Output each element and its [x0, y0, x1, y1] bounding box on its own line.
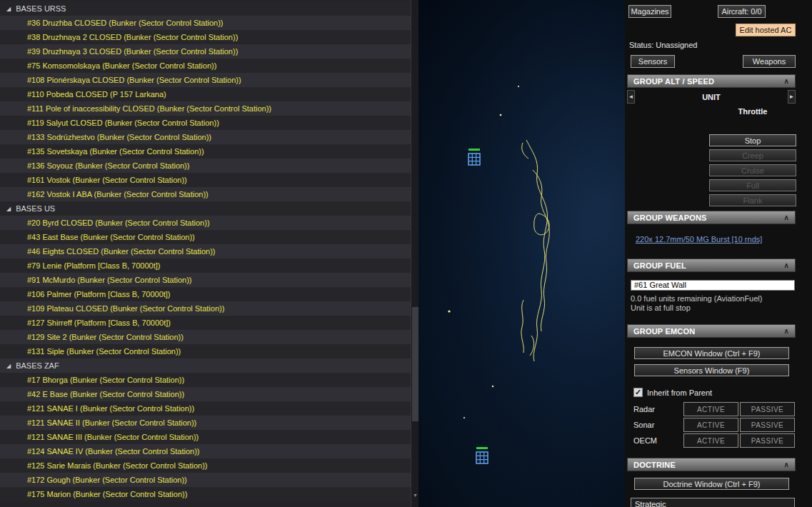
- emcon-row: OECMACTIVEPASSIVE: [633, 433, 796, 448]
- base-list-item[interactable]: #79 Lenie (Platform [Class B, 70000t]): [0, 258, 411, 273]
- group-emcon-header[interactable]: GROUP EMCON ∧: [627, 324, 796, 338]
- scrollbar-thumb[interactable]: [412, 307, 418, 421]
- base-list-item[interactable]: #110 Pobeda CLOSED (P 157 Larkana): [0, 87, 411, 101]
- base-list-item[interactable]: #91 McMurdo (Bunker (Sector Control Stat…: [0, 273, 411, 287]
- scroll-down-arrow-icon[interactable]: ▼: [411, 491, 418, 500]
- collapse-chevron-icon[interactable]: ∧: [783, 261, 789, 269]
- base-list-item[interactable]: #106 Palmer (Platform [Class B, 70000t]): [0, 287, 411, 301]
- unit-status-bar: [476, 447, 488, 449]
- throttle-stop-button[interactable]: Stop: [709, 134, 796, 146]
- emcon-row: SonarACTIVEPASSIVE: [633, 417, 796, 433]
- group-fuel-header[interactable]: GROUP FUEL ∧: [627, 258, 796, 272]
- base-list-item[interactable]: #39 Druzhnaya 3 CLOSED (Bunker (Sector C…: [0, 44, 411, 59]
- sonar-passive-button[interactable]: PASSIVE: [740, 418, 795, 432]
- unit-status-bar: [468, 149, 480, 151]
- sensors-window-button[interactable]: Sensors Window (F9): [634, 364, 789, 376]
- radar-passive-button[interactable]: PASSIVE: [740, 402, 795, 416]
- base-list-item[interactable]: #108 Pionérskaya CLOSED (Bunker (Sector …: [0, 73, 411, 87]
- base-list-item[interactable]: #133 Sodrúzhestvo (Bunker (Sector Contro…: [0, 130, 411, 144]
- base-list-item[interactable]: #121 SANAE II (Bunker (Sector Control St…: [0, 416, 411, 430]
- tree-expander-icon[interactable]: ◢: [6, 202, 11, 216]
- bases-tree: ◢BASES URSS#36 Druzhba CLOSED (Bunker (S…: [0, 1, 411, 501]
- base-list-item[interactable]: #17 Bhorga (Bunker (Sector Control Stati…: [0, 373, 411, 387]
- base-list-item[interactable]: #124 SANAE IV (Bunker (Sector Control St…: [0, 444, 411, 458]
- vertical-scrollbar[interactable]: ▼: [411, 0, 418, 507]
- section-title: DOCTRINE: [633, 461, 676, 469]
- base-list-item[interactable]: #42 E Base (Bunker (Sector Control Stati…: [0, 387, 411, 401]
- fuel-unit-select[interactable]: #61 Great Wall: [631, 280, 795, 291]
- doctrine-header[interactable]: DOCTRINE ∧: [627, 458, 796, 471]
- base-list-item[interactable]: #75 Komsomolskaya (Bunker (Sector Contro…: [0, 59, 411, 73]
- fuel-info-line: 0.0 fuel units remaining (AviationFuel): [631, 294, 762, 303]
- oecm-label: OECM: [633, 436, 683, 445]
- base-list-item[interactable]: #111 Pole of inaccessibility CLOSED (Bun…: [0, 101, 411, 116]
- unit-next-button[interactable]: ►: [788, 90, 796, 104]
- base-list-item[interactable]: #125 Sarie Marais (Bunker (Sector Contro…: [0, 458, 411, 473]
- collapse-chevron-icon[interactable]: ∧: [783, 461, 789, 468]
- aircraft-button[interactable]: Aircraft: 0/0: [718, 5, 766, 18]
- weapon-mount-link[interactable]: 220x 12.7mm/50 MG Burst [10 rnds]: [636, 235, 762, 244]
- map-canvas[interactable]: [418, 0, 625, 507]
- throttle-full-button[interactable]: Full: [709, 179, 796, 191]
- edit-hosted-ac-button[interactable]: Edit hosted AC: [736, 24, 796, 36]
- magazines-button[interactable]: Magazines: [628, 5, 671, 18]
- base-list-item[interactable]: #20 Byrd CLOSED (Bunker (Sector Control …: [0, 216, 411, 230]
- throttle-cruise-button[interactable]: Cruise: [709, 164, 796, 176]
- group-alt-speed-header[interactable]: GROUP ALT / SPEED ∧: [627, 74, 796, 88]
- sensors-button[interactable]: Sensors: [631, 55, 675, 68]
- throttle-button-stack: StopCreepCruiseFullFlank: [709, 134, 796, 209]
- base-list-item[interactable]: #161 Vostok (Bunker (Sector Control Stat…: [0, 173, 411, 187]
- section-title: GROUP WEAPONS: [633, 214, 707, 222]
- app-window: ◢BASES URSS#36 Druzhba CLOSED (Bunker (S…: [0, 0, 812, 507]
- base-list-item[interactable]: #172 Gough (Bunker (Sector Control Stati…: [0, 473, 411, 487]
- unit-control-panel: Magazines Aircraft: 0/0 Edit hosted AC S…: [625, 0, 812, 507]
- facility-unit-icon[interactable]: [476, 447, 488, 467]
- base-group-header[interactable]: ◢BASES US: [0, 201, 411, 216]
- base-list-item[interactable]: #36 Druzhba CLOSED (Bunker (Sector Contr…: [0, 16, 411, 30]
- oecm-active-button[interactable]: ACTIVE: [683, 433, 738, 448]
- throttle-flank-button[interactable]: Flank: [709, 194, 796, 206]
- base-group-header[interactable]: ◢BASES URSS: [0, 1, 411, 16]
- base-list-item[interactable]: #162 Vostok I ABA (Bunker (Sector Contro…: [0, 187, 411, 201]
- section-title: GROUP ALT / SPEED: [633, 77, 714, 86]
- oecm-passive-button[interactable]: PASSIVE: [740, 433, 795, 448]
- base-group-header[interactable]: ◢BASES ZAF: [0, 358, 411, 373]
- radar-label: Radar: [633, 405, 683, 413]
- tree-expander-icon[interactable]: ◢: [6, 2, 11, 16]
- doctrine-window-button[interactable]: Doctrine Window (Ctrl + F9): [634, 478, 789, 490]
- collapse-chevron-icon[interactable]: ∧: [783, 327, 789, 335]
- base-list-item[interactable]: #109 Plateau CLOSED (Bunker (Sector Cont…: [0, 301, 411, 316]
- base-list-item[interactable]: #38 Druzhnaya 2 CLOSED (Bunker (Sector C…: [0, 30, 411, 44]
- facility-unit-icon[interactable]: [468, 149, 481, 169]
- inherit-from-parent-checkbox[interactable]: ✓: [633, 388, 643, 397]
- collapse-chevron-icon[interactable]: ∧: [783, 214, 789, 221]
- doctrine-posture-select[interactable]: Strategic: [631, 498, 795, 507]
- base-list-item[interactable]: #175 Marion (Bunker (Sector Control Stat…: [0, 487, 411, 501]
- status-text: Status: Unassigned: [629, 41, 697, 49]
- sonar-label: Sonar: [633, 421, 683, 429]
- base-list-item[interactable]: #135 Sovetskaya (Bunker (Sector Control …: [0, 144, 411, 159]
- base-list-item[interactable]: #121 SANAE I (Bunker (Sector Control Sta…: [0, 401, 411, 416]
- radar-active-button[interactable]: ACTIVE: [683, 402, 738, 416]
- tree-expander-icon[interactable]: ◢: [6, 359, 11, 373]
- base-group-label: BASES US: [16, 204, 55, 213]
- base-list-item[interactable]: #121 SANAE III (Bunker (Sector Control S…: [0, 430, 411, 444]
- base-list-item[interactable]: #136 Soyouz (Bunker (Sector Control Stat…: [0, 159, 411, 173]
- base-list-item[interactable]: #127 Shirreff (Platform [Class B, 70000t…: [0, 316, 411, 330]
- base-list-item[interactable]: #129 Site 2 (Bunker (Sector Control Stat…: [0, 330, 411, 344]
- collapse-chevron-icon[interactable]: ∧: [783, 77, 789, 85]
- base-list-item[interactable]: #119 Salyut CLOSED (Bunker (Sector Contr…: [0, 116, 411, 130]
- unit-prev-button[interactable]: ◄: [627, 90, 635, 104]
- facility-grid-icon: [468, 153, 481, 166]
- section-title: GROUP FUEL: [633, 261, 686, 270]
- group-weapons-header[interactable]: GROUP WEAPONS ∧: [627, 211, 796, 224]
- emcon-window-button[interactable]: EMCON Window (Ctrl + F9): [634, 347, 789, 359]
- checkmark-icon: ✓: [635, 388, 641, 396]
- base-list-item[interactable]: #46 Eights CLOSED (Bunker (Sector Contro…: [0, 244, 411, 258]
- weapons-button[interactable]: Weapons: [743, 55, 796, 68]
- inherit-from-parent-label[interactable]: Inherit from Parent: [647, 388, 712, 397]
- throttle-creep-button[interactable]: Creep: [709, 149, 796, 161]
- base-list-item[interactable]: #43 East Base (Bunker (Sector Control St…: [0, 230, 411, 244]
- base-list-item[interactable]: #131 Siple (Bunker (Sector Control Stati…: [0, 344, 411, 358]
- sonar-active-button[interactable]: ACTIVE: [683, 418, 738, 432]
